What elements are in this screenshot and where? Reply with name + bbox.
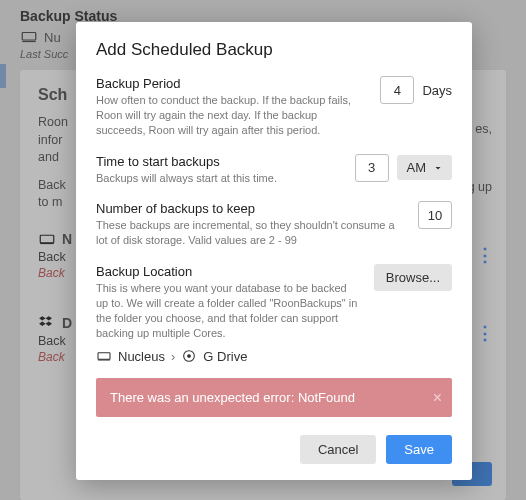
- backup-location-path: Nucleus › G Drive: [96, 348, 452, 364]
- backup-period-unit: Days: [422, 83, 452, 98]
- keep-label: Number of backups to keep: [96, 201, 406, 216]
- field-backup-period: Backup Period How often to conduct the b…: [96, 76, 452, 138]
- browse-button[interactable]: Browse...: [374, 264, 452, 291]
- backup-period-label: Backup Period: [96, 76, 368, 91]
- error-message: There was an unexpected error: NotFound: [110, 390, 355, 405]
- keep-input[interactable]: 10: [418, 201, 452, 229]
- start-time-hour-input[interactable]: 3: [355, 154, 389, 182]
- svg-point-4: [188, 355, 191, 358]
- drive-icon: [181, 348, 197, 364]
- chevron-right-icon: ›: [171, 349, 175, 364]
- start-time-desc: Backups will always start at this time.: [96, 171, 343, 186]
- modal-title: Add Scheduled Backup: [96, 40, 452, 60]
- app-window: Backup Status Nu Last Succ Sch Roon info…: [0, 0, 526, 500]
- location-label: Backup Location: [96, 264, 362, 279]
- svg-rect-2: [98, 353, 110, 360]
- ampm-value: AM: [407, 160, 427, 175]
- field-backups-to-keep: Number of backups to keep These backups …: [96, 201, 452, 248]
- start-time-label: Time to start backups: [96, 154, 343, 169]
- backup-period-input[interactable]: 4: [380, 76, 414, 104]
- add-scheduled-backup-modal: Add Scheduled Backup Backup Period How o…: [76, 22, 472, 480]
- cancel-button[interactable]: Cancel: [300, 435, 376, 464]
- field-backup-location: Backup Location This is where you want y…: [96, 264, 452, 340]
- path-device: Nucleus: [118, 349, 165, 364]
- path-folder: G Drive: [203, 349, 247, 364]
- save-button[interactable]: Save: [386, 435, 452, 464]
- error-banner: There was an unexpected error: NotFound …: [96, 378, 452, 417]
- location-desc: This is where you want your database to …: [96, 281, 362, 340]
- chevron-down-icon: [432, 162, 444, 174]
- field-start-time: Time to start backups Backups will alway…: [96, 154, 452, 186]
- close-icon[interactable]: ×: [433, 390, 442, 406]
- modal-actions: Cancel Save: [96, 435, 452, 464]
- ampm-select[interactable]: AM: [397, 155, 453, 180]
- keep-desc: These backups are incremental, so they s…: [96, 218, 406, 248]
- backup-period-desc: How often to conduct the backup. If the …: [96, 93, 368, 138]
- device-icon: [96, 348, 112, 364]
